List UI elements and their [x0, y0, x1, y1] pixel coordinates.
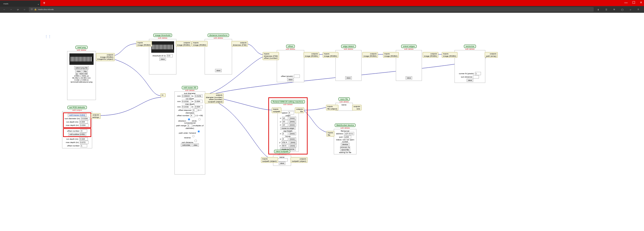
mill-traces-button[interactable]: mill traces (1/64) [68, 113, 86, 117]
module-title-wsd[interactable]: WebSocket device [335, 124, 356, 127]
calculate-button[interactable]: calculate [181, 143, 192, 147]
browser-tab[interactable]: mods × [0, 0, 40, 7]
new-tab-button[interactable]: + [41, 0, 48, 6]
inputs-port[interactable]: in: [160, 93, 166, 97]
speed-input[interactable] [288, 111, 294, 114]
shield-icon[interactable]: 🛡 [31, 7, 33, 12]
view-button[interactable]: view [287, 78, 294, 81]
module-title-vectorize[interactable]: vectorize [464, 45, 476, 48]
conv-radio[interactable] [198, 118, 201, 121]
addr-input[interactable] [344, 132, 354, 135]
on2-input[interactable] [80, 144, 87, 147]
delete-link[interactable]: delete [189, 89, 195, 91]
md-input[interactable] [80, 124, 89, 127]
view-button[interactable]: view [467, 79, 473, 82]
outputs-port[interactable]: outputs image (RGBA) [362, 52, 378, 58]
outputs-port[interactable]: outputs settings [91, 113, 101, 119]
xhome-input[interactable] [282, 137, 288, 141]
port-input[interactable] [344, 135, 351, 139]
units-mm-button-4[interactable]: (mm) [289, 132, 296, 135]
view-button[interactable]: view [75, 70, 82, 73]
name-input[interactable] [276, 158, 288, 161]
edit-link[interactable]: edit [339, 101, 343, 103]
sd-check[interactable] [195, 140, 197, 142]
zjog-input[interactable] [282, 132, 288, 135]
module-title-mill[interactable]: mill raster 2D [182, 86, 198, 89]
url-bar[interactable]: 🛡 🔒 mods.cba.mit.edu [29, 7, 594, 12]
nav-reload-icon[interactable]: ⟳ [15, 7, 20, 12]
inputs-port[interactable]: inputs image (RGBA) [383, 52, 399, 58]
yhome-input[interactable] [281, 141, 289, 144]
outputs-port[interactable]: outputs file [295, 107, 304, 113]
md2-input[interactable] [80, 141, 89, 144]
delete-link[interactable]: delete [81, 49, 86, 51]
delete-link[interactable]: delete [290, 48, 295, 50]
delete-link[interactable]: delete [343, 101, 349, 103]
move-origin-button[interactable]: move to origin [280, 127, 296, 130]
outputs-port[interactable]: outputs path (array) [485, 52, 498, 58]
add-output-link[interactable]: add output [72, 109, 82, 111]
edit-link[interactable]: edit [77, 49, 80, 51]
cd2-input[interactable] [79, 137, 88, 141]
account-icon[interactable]: ◯ [620, 7, 625, 12]
edit-link[interactable]: edit [404, 48, 408, 50]
send-file-button[interactable]: send file [340, 148, 350, 151]
module-title-viewtp[interactable]: view toolpath [274, 150, 290, 153]
nav-back-icon[interactable]: ← [2, 7, 7, 12]
outputs-port[interactable]: outputs distances (F32) [231, 41, 248, 47]
inputs-port[interactable]: inputs image (RGBA) [192, 41, 208, 47]
delete-link[interactable]: delete [344, 127, 350, 129]
outputs-port[interactable]: outputs diameter (number) offset (number… [205, 93, 224, 103]
module-title-save[interactable]: save file [338, 97, 350, 101]
library-icon[interactable]: ☰ [604, 7, 608, 12]
outputs-port[interactable]: outputs image (RGBA) [176, 41, 192, 47]
module-title-orient[interactable]: orient edges [401, 45, 417, 48]
td-input[interactable] [81, 117, 90, 120]
corner-input[interactable] [475, 72, 481, 75]
units-mm-button[interactable]: (mm) [289, 117, 296, 120]
view-button[interactable]: view [279, 161, 285, 165]
outputs-port[interactable]: outputs toolpath (object) [290, 157, 308, 163]
inputs-port[interactable]: inputs file [326, 131, 334, 137]
module-title-read-png[interactable]: read png [75, 46, 87, 49]
threshold-input[interactable] [167, 54, 173, 57]
edit-link[interactable]: edit [158, 37, 161, 39]
inputs-port[interactable]: inputs image (RGBA) [136, 41, 152, 47]
units-mm-button-3[interactable]: (mm) [289, 123, 296, 127]
tab-close-icon[interactable]: × [38, 1, 39, 7]
inputs-port[interactable]: inputs toolpath (object) [261, 157, 278, 163]
outputs-port[interactable]: outputs image (RGBA) [423, 52, 438, 58]
bookmark-star-icon[interactable]: ☆ [628, 7, 633, 12]
inputs-port[interactable]: inputs toolpath [272, 107, 281, 113]
download-icon[interactable]: ⬇ [596, 7, 600, 12]
delete-link[interactable]: delete [162, 37, 167, 39]
grid-icon[interactable]: ⋮⋮ [45, 35, 51, 38]
edit-link[interactable]: edit [283, 103, 287, 105]
inputs-port[interactable]: inputs image (RGBA) [323, 52, 338, 58]
edit-link[interactable]: edit [340, 127, 344, 129]
module-title-edge[interactable]: edge detect [341, 45, 356, 48]
view-button[interactable]: view [406, 76, 412, 80]
edit-link[interactable]: edit [277, 153, 281, 155]
y-input[interactable] [282, 120, 288, 123]
fwd-radio[interactable] [198, 130, 200, 133]
delete-link[interactable]: delete [218, 37, 223, 39]
edit-link[interactable]: edit [286, 48, 289, 50]
inputs-port[interactable]: inputs image (RGBA) [442, 52, 458, 58]
mill-outline-button[interactable]: mill outline (1/32) [68, 133, 86, 136]
inputs-port[interactable]: inputs distances (F32) offset (number) [263, 52, 279, 60]
module-title-roland[interactable]: Roland SRM-20 milling machine [271, 100, 305, 103]
x-input[interactable] [282, 117, 288, 120]
module-title-offset[interactable]: offset [286, 45, 295, 48]
units-mm-button-7[interactable]: (mm) [289, 144, 297, 147]
td-mm-input[interactable] [182, 94, 191, 98]
module-title-pcb[interactable]: set PCB defaults [67, 106, 87, 109]
view-button[interactable]: view [192, 143, 199, 147]
delete-link[interactable]: delete [287, 103, 292, 105]
delete-link[interactable]: delete [281, 153, 287, 155]
md-mm-input[interactable] [182, 105, 191, 108]
delete-link[interactable]: delete [469, 48, 475, 50]
sort-input[interactable] [473, 75, 479, 79]
outputs-port[interactable]: outputs image (RGBA) imageInfo (object) [96, 53, 115, 61]
device-button[interactable]: device [341, 143, 349, 146]
